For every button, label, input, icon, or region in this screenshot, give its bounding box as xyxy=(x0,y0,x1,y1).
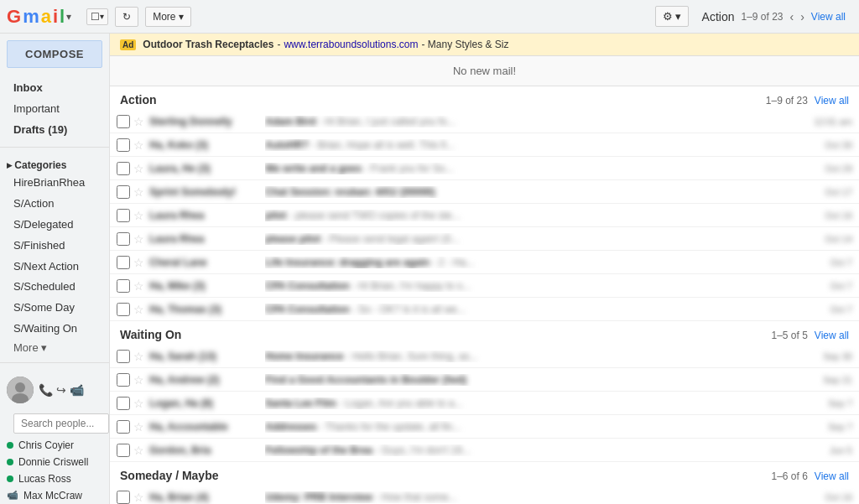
email-sender: Laura Rhea xyxy=(149,233,258,245)
sidebar-item-hirebianrhea[interactable]: HireBrianRhea xyxy=(0,173,109,194)
email-checkbox[interactable] xyxy=(117,115,130,128)
email-checkbox[interactable] xyxy=(117,256,130,269)
table-row[interactable]: ☆ Laura Rhea please pilot - Please send … xyxy=(110,227,859,251)
no-mail-text: No new mail! xyxy=(453,65,516,77)
prev-page-icon[interactable]: ‹ xyxy=(790,10,794,23)
view-all-link[interactable]: View all xyxy=(811,11,846,23)
compose-button[interactable]: COMPOSE xyxy=(7,40,102,68)
email-checkbox[interactable] xyxy=(117,303,130,316)
search-people-input[interactable] xyxy=(13,413,109,434)
email-subject: Santa Lee Film - Logan, Are you able to … xyxy=(265,397,821,409)
email-checkbox[interactable] xyxy=(117,162,130,175)
email-checkbox[interactable] xyxy=(117,397,130,410)
table-row[interactable]: ☆ Cheral Lane Life Insurance: dragging a… xyxy=(110,251,859,274)
email-checkbox[interactable] xyxy=(117,491,130,504)
contact-item-max[interactable]: 📹 Max McCraw xyxy=(0,487,109,504)
email-checkbox[interactable] xyxy=(117,185,130,199)
star-icon[interactable]: ☆ xyxy=(133,138,144,152)
email-checkbox[interactable] xyxy=(117,350,130,363)
sidebar-item-inbox[interactable]: Inbox xyxy=(0,78,109,99)
more-label: More ▾ xyxy=(153,11,184,23)
email-checkbox[interactable] xyxy=(117,444,130,457)
table-row[interactable]: ☆ Ha, Andrew (2) Find a Good Accountants… xyxy=(110,368,859,392)
sidebar-item-important[interactable]: Important xyxy=(0,99,109,120)
star-icon[interactable]: ☆ xyxy=(133,491,144,504)
email-sender: Laura Rhea xyxy=(149,210,258,221)
email-sender: Cheral Lane xyxy=(149,257,258,268)
action-view-all-link[interactable]: View all xyxy=(815,95,849,107)
video-camera-icon[interactable]: 📹 xyxy=(70,383,84,397)
select-checkbox-btn[interactable]: ☐ ▾ xyxy=(86,8,108,25)
table-row[interactable]: ☆ Ha, Accountable Addresses - Thanks for… xyxy=(110,415,859,439)
email-checkbox[interactable] xyxy=(117,279,130,293)
sidebar-item-snextaction[interactable]: S/Next Action xyxy=(0,257,109,278)
sidebar-item-saction[interactable]: S/Action xyxy=(0,194,109,215)
sidebar-item-sdelegated[interactable]: S/Delegated xyxy=(0,215,109,236)
star-icon[interactable]: ☆ xyxy=(133,256,144,269)
email-checkbox[interactable] xyxy=(117,209,130,222)
table-row[interactable]: ☆ Ha, Mike (3) CPA Consultation - Hi Bri… xyxy=(110,274,859,298)
table-row[interactable]: ☆ Sprint Somebody! Chat Session: nruban:… xyxy=(110,180,859,204)
more-button[interactable]: More ▾ xyxy=(145,7,191,27)
contact-item-lucas[interactable]: Lucas Ross xyxy=(0,470,109,487)
sidebar-item-swaitingon[interactable]: S/Waiting On xyxy=(0,319,109,340)
star-icon[interactable]: ☆ xyxy=(133,232,144,246)
share-icon[interactable]: ↪ xyxy=(56,383,66,397)
star-icon[interactable]: ☆ xyxy=(133,444,144,457)
email-sender: Ha, Mike (3) xyxy=(149,280,258,292)
email-checkbox[interactable] xyxy=(117,232,130,246)
table-row[interactable]: ☆ Logan, Ha (8) Santa Lee Film - Logan, … xyxy=(110,392,859,415)
email-subject: Fellowship of the Brea - Guys, I'm don't… xyxy=(265,444,823,456)
table-row[interactable]: ☆ Ha, Sarah (13) Home Insurance - Hello … xyxy=(110,345,859,368)
contact-item-donnie[interactable]: Donnie Criswell xyxy=(0,454,109,470)
email-sender: Logan, Ha (8) xyxy=(149,397,258,409)
avatar[interactable] xyxy=(7,377,34,403)
someday-section-title: Someday / Maybe xyxy=(120,469,219,482)
email-subject: Adam Bird - Hi Brian, I just called you … xyxy=(265,116,807,127)
categories-section[interactable]: ▸ Categories xyxy=(0,154,109,173)
call-icon[interactable]: 📞 xyxy=(39,383,53,397)
waiting-view-all-link[interactable]: View all xyxy=(815,330,849,341)
table-row[interactable]: ☆ Laura, He (3) We write and a goes - Fr… xyxy=(110,157,859,180)
contact-item-chris[interactable]: Chris Coyier xyxy=(0,437,109,454)
star-icon[interactable]: ☆ xyxy=(133,209,144,222)
email-checkbox[interactable] xyxy=(117,420,130,434)
table-row[interactable]: ☆ Ha, Thomas (3) CPA Consultation - So -… xyxy=(110,298,859,321)
sidebar-more-button[interactable]: More ▾ xyxy=(0,340,109,356)
star-icon[interactable]: ☆ xyxy=(133,303,144,316)
refresh-button[interactable]: ↻ xyxy=(115,7,138,27)
star-icon[interactable]: ☆ xyxy=(133,279,144,293)
someday-view-all-link[interactable]: View all xyxy=(815,470,849,482)
table-row[interactable]: ☆ Ha, Koko (3) AutoHR? - Brian, Hope all… xyxy=(110,133,859,157)
star-icon[interactable]: ☆ xyxy=(133,185,144,199)
table-row[interactable]: ☆ Sterling Donnelly Adam Bird - Hi Brian… xyxy=(110,110,859,133)
star-icon[interactable]: ☆ xyxy=(133,162,144,175)
star-icon[interactable]: ☆ xyxy=(133,115,144,128)
table-row[interactable]: ☆ Laura Rhea pilot - please send TWO cop… xyxy=(110,204,859,227)
table-row[interactable]: ☆ Ha, Brian (4) Udemy: PRB Interview - H… xyxy=(110,486,859,504)
settings-button[interactable]: ⚙ ▾ xyxy=(655,6,689,27)
star-icon[interactable]: ☆ xyxy=(133,420,144,434)
email-time: Sep ? xyxy=(828,398,852,408)
email-checkbox[interactable] xyxy=(117,373,130,387)
email-sender: Ha, Andrew (2) xyxy=(149,374,258,386)
ad-link[interactable]: www.terraboundsolutions.com xyxy=(284,39,418,50)
star-icon[interactable]: ☆ xyxy=(133,373,144,387)
sidebar-item-drafts[interactable]: Drafts (19) xyxy=(0,120,109,141)
email-subject: Find a Good Accountants in Boulder (fwd) xyxy=(265,374,816,386)
ad-separator: - xyxy=(277,39,280,50)
sidebar-item-ssomeday[interactable]: S/Some Day xyxy=(0,298,109,319)
email-checkbox[interactable] xyxy=(117,138,130,152)
waiting-section-count: 1–5 of 5 xyxy=(771,330,807,341)
contact-status-green xyxy=(7,459,13,465)
sidebar-item-sfinished[interactable]: S/Finished xyxy=(0,236,109,257)
star-icon[interactable]: ☆ xyxy=(133,397,144,410)
table-row[interactable]: ☆ Gordon, Bria Fellowship of the Brea - … xyxy=(110,439,859,462)
email-sender: Laura, He (3) xyxy=(149,163,258,174)
video-icons: 📞 ↪ 📹 xyxy=(39,383,84,397)
gmail-logo[interactable]: Gmail ▾ xyxy=(7,6,71,28)
star-icon[interactable]: ☆ xyxy=(133,350,144,363)
next-page-icon[interactable]: › xyxy=(800,10,804,23)
sidebar-item-sscheduled[interactable]: S/Scheduled xyxy=(0,277,109,298)
email-area: Ad Outdoor Trash Receptacles - www.terra… xyxy=(109,34,859,504)
